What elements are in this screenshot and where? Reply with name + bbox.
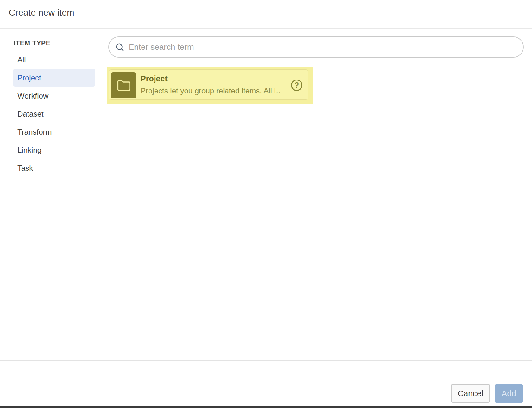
sidebar-item-dataset[interactable]: Dataset [13,105,95,123]
card-title: Project [141,74,280,83]
card-description: Projects let you group related items. Al… [141,86,280,95]
add-button[interactable]: Add [495,384,523,403]
search-box [108,36,524,58]
search-icon [115,42,125,53]
project-result-card[interactable]: Project Projects let you group related i… [109,69,308,100]
sidebar-item-all[interactable]: All [13,51,95,69]
header-divider [0,28,532,29]
sidebar-item-task[interactable]: Task [13,159,95,177]
folder-icon [111,72,136,98]
item-type-heading: ITEM TYPE [14,39,50,47]
item-type-nav: All Project Workflow Dataset Transform L… [13,51,95,177]
sidebar-item-transform[interactable]: Transform [13,123,95,141]
sidebar-item-linking[interactable]: Linking [13,141,95,159]
bottom-bar [0,406,532,408]
sidebar-item-project[interactable]: Project [13,69,95,87]
help-icon[interactable]: ? [291,80,302,91]
highlight-overlay: Project Projects let you group related i… [107,67,313,104]
search-input[interactable] [129,38,518,56]
create-new-item-dialog: Create new item ITEM TYPE All Project Wo… [0,0,532,408]
dialog-title: Create new item [9,8,74,18]
footer-divider [0,360,532,361]
card-text: Project Projects let you group related i… [141,74,280,95]
cancel-button[interactable]: Cancel [451,384,490,403]
sidebar-item-workflow[interactable]: Workflow [13,87,95,105]
